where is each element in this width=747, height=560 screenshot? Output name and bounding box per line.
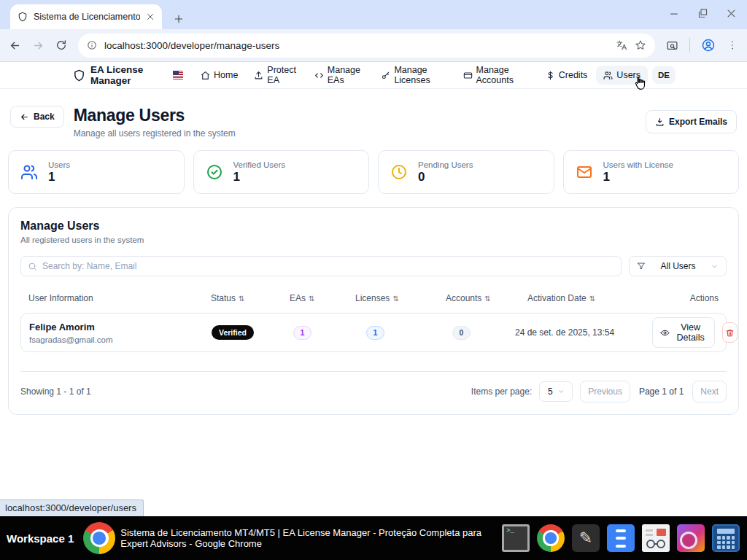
back-nav-icon[interactable]	[9, 39, 21, 52]
tab-close-icon[interactable]	[146, 12, 155, 21]
profile-avatar-icon[interactable]	[701, 38, 716, 52]
taskbar: Workspace 1 Sistema de Licenciamento MT4…	[0, 516, 747, 560]
nav-label: Users	[616, 70, 640, 80]
next-page-button[interactable]: Next	[692, 381, 727, 402]
table-header-row: User Information Status⇅ EAs⇅ Licenses⇅ …	[20, 288, 727, 308]
nav-item-users[interactable]: Users	[596, 66, 648, 85]
toolbar-separator	[689, 38, 690, 52]
app-brand[interactable]: EA License Manager	[73, 64, 173, 86]
chevron-down-icon	[711, 262, 719, 271]
col-accounts[interactable]: Accounts⇅	[446, 293, 527, 303]
link-status-bubble: localhost:3000/developer/users	[0, 499, 144, 516]
col-eas[interactable]: EAs⇅	[290, 293, 355, 303]
view-details-button[interactable]: View Details	[652, 317, 715, 348]
filter-funnel-icon	[637, 262, 646, 271]
site-info-icon[interactable]	[87, 40, 97, 50]
stat-value: 1	[603, 170, 674, 184]
stat-card-licensed: Users with License 1	[563, 150, 740, 194]
restore-icon[interactable]	[697, 8, 708, 22]
language-badge[interactable]: DE	[652, 66, 676, 84]
licenses-count-badge: 1	[366, 326, 384, 340]
tab-title: Sistema de Licenciamento	[34, 12, 140, 22]
users-icon	[603, 71, 613, 80]
home-icon	[201, 71, 210, 80]
check-circle-icon	[206, 163, 223, 181]
reload-icon[interactable]	[55, 39, 67, 51]
nav-label: Manage Licenses	[394, 65, 446, 85]
translate-icon[interactable]	[616, 39, 627, 51]
export-emails-button[interactable]: Export Emails	[646, 110, 737, 133]
delete-user-button[interactable]	[722, 322, 738, 343]
browser-menu-icon[interactable]	[727, 39, 738, 51]
active-window-title[interactable]: Sistema de Licenciamento MT4/MT5 | EA Li…	[120, 527, 481, 550]
eas-count-badge: 1	[293, 326, 311, 340]
col-licenses[interactable]: Licenses⇅	[355, 293, 446, 303]
file-manager-app-icon[interactable]	[607, 524, 635, 552]
side-panel-search-icon[interactable]	[666, 39, 678, 52]
document-viewer-app-icon[interactable]	[642, 524, 670, 552]
nav-item-manage-accounts[interactable]: Manage Accounts	[456, 61, 537, 90]
filter-value: All Users	[646, 261, 711, 271]
sort-icon[interactable]: ⇅	[309, 295, 314, 303]
items-per-page-select[interactable]: 5	[539, 381, 573, 402]
nav-label: Protect EA	[267, 65, 298, 85]
eye-icon	[660, 328, 670, 338]
nav-item-manage-eas[interactable]: Manage EAs	[307, 61, 373, 90]
nav-item-home[interactable]: Home	[193, 66, 245, 85]
previous-page-button[interactable]: Previous	[580, 381, 630, 402]
back-label: Back	[34, 112, 55, 122]
url-bar[interactable]: localhost:3000/developer/manage-users	[78, 34, 655, 58]
nav-items: Home Protect EA Manage EAs Manage Licens…	[173, 61, 676, 90]
pagination-bar: Showing 1 - 1 of 1 Items per page: 5 Pre…	[20, 372, 727, 402]
stat-card-users: Users 1	[8, 150, 185, 194]
browser-titlebar: Sistema de Licenciamento	[0, 0, 747, 29]
nav-item-manage-licenses[interactable]: Manage Licenses	[374, 61, 454, 90]
close-icon[interactable]	[726, 8, 737, 22]
stat-card-verified: Verified Users 1	[193, 150, 370, 194]
text-editor-app-icon[interactable]	[572, 524, 600, 552]
terminal-app-icon[interactable]	[502, 524, 530, 552]
chrome-app-icon[interactable]	[537, 524, 565, 552]
code-icon	[314, 71, 324, 80]
activation-date: 24 de set. de 2025, 13:54	[515, 327, 652, 338]
search-input[interactable]	[42, 261, 614, 271]
filter-dropdown[interactable]: All Users	[629, 256, 727, 276]
stat-card-pending: Pending Users 0	[378, 150, 554, 194]
manage-users-panel: Manage Users All registered users in the…	[8, 207, 739, 415]
us-flag-icon[interactable]	[173, 71, 183, 79]
glasses-icon	[644, 540, 667, 548]
sort-icon[interactable]: ⇅	[589, 295, 595, 303]
nav-label: Home	[214, 70, 238, 80]
workspace-label[interactable]: Workspace 1	[7, 532, 74, 545]
url-text[interactable]: localhost:3000/developer/manage-users	[104, 40, 608, 51]
items-per-page-label: Items per page:	[471, 386, 532, 397]
sort-icon[interactable]: ⇅	[392, 295, 398, 303]
browser-tab[interactable]: Sistema de Licenciamento	[10, 4, 162, 29]
nav-item-credits[interactable]: Credits	[538, 66, 595, 85]
col-activation-date[interactable]: Activation Date⇅	[527, 293, 651, 303]
image-viewer-app-icon[interactable]	[677, 524, 705, 552]
users-icon	[20, 163, 38, 181]
download-icon	[655, 117, 665, 127]
back-button[interactable]: Back	[10, 106, 64, 128]
col-status[interactable]: Status⇅	[211, 293, 290, 303]
col-user-information: User Information	[28, 293, 211, 303]
search-box[interactable]	[20, 256, 622, 276]
screen: Sistema de Licenciamento localhost:3000/…	[0, 0, 747, 560]
page-info: Page 1 of 1	[639, 386, 684, 397]
trash-icon	[725, 328, 735, 338]
forward-nav-icon[interactable]	[32, 39, 44, 52]
nav-label: Credits	[559, 70, 588, 80]
app-navbar: EA License Manager Home Protect EA Manag…	[0, 62, 747, 89]
sort-icon[interactable]: ⇅	[239, 295, 244, 303]
new-tab-button[interactable]	[174, 14, 184, 24]
calculator-app-icon[interactable]	[712, 524, 740, 552]
items-per-page-value: 5	[548, 386, 553, 397]
chrome-window-icon[interactable]	[83, 522, 115, 554]
accounts-count-badge: 0	[452, 326, 471, 340]
minimize-icon[interactable]	[669, 8, 680, 22]
stat-label: Verified Users	[233, 160, 286, 169]
sort-icon[interactable]: ⇅	[484, 295, 490, 303]
nav-item-protect-ea[interactable]: Protect EA	[247, 61, 305, 90]
bookmark-star-icon[interactable]	[635, 39, 646, 51]
